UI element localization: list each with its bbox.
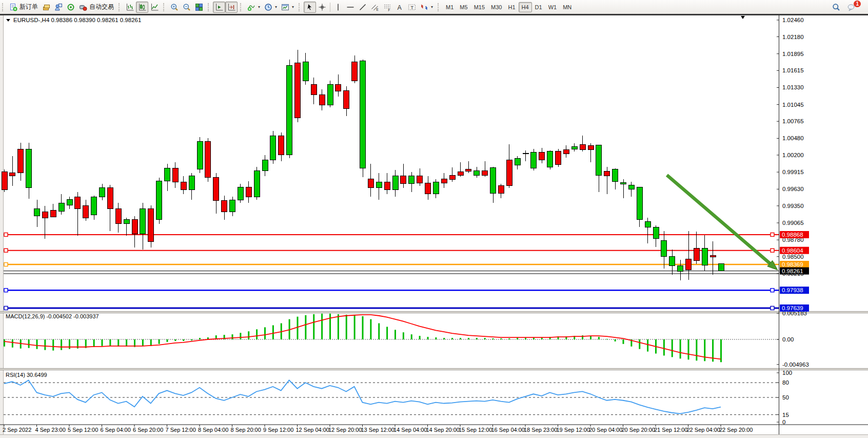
indicators-button[interactable]: ▾	[245, 2, 262, 13]
timeframe-d1-button[interactable]: D1	[532, 2, 545, 12]
chart-gallery-button[interactable]	[40, 2, 52, 13]
auto-trading-label: 自动交易	[89, 3, 114, 11]
chart-bars-button[interactable]	[124, 2, 136, 13]
time-axis-label: 14 Sep 04:00	[393, 427, 427, 433]
line-handle[interactable]	[771, 289, 774, 292]
candle-body	[295, 63, 301, 118]
toolbar: 新订单自动交易▾▾▾EFAT▾M1M5M15M30H1H4D1W1MN1	[0, 0, 868, 14]
line-handle[interactable]	[771, 233, 774, 236]
toolbar-grip	[208, 3, 211, 11]
equidistant-channel-button[interactable]: E	[369, 2, 381, 13]
fibonacci-button[interactable]: F	[381, 2, 393, 13]
candle-body	[10, 173, 15, 176]
candle-body	[156, 181, 162, 220]
candle-body	[596, 145, 602, 175]
timeframe-h4-button[interactable]: H4	[519, 2, 532, 12]
price-axis-label: 0.99630	[782, 186, 804, 192]
toolbar-grip	[240, 3, 243, 11]
clock-icon	[264, 3, 272, 11]
candle-body	[531, 152, 537, 168]
timeframe-h1-button[interactable]: H1	[505, 2, 518, 12]
timeframe-m1-button[interactable]: M1	[443, 2, 457, 12]
chart-candles-button[interactable]	[136, 2, 148, 13]
zoom-out-button[interactable]	[181, 2, 193, 13]
gold-block-icon	[42, 3, 50, 11]
candle-body	[669, 257, 675, 265]
periods-caret-icon[interactable]: ▾	[275, 5, 277, 9]
candle-body	[254, 170, 260, 197]
time-axis-label: 13 Sep 12:00	[361, 427, 394, 433]
toolbar-grip	[163, 3, 166, 11]
candle-body	[637, 187, 642, 220]
templates-caret-icon[interactable]: ▾	[292, 5, 294, 9]
horizontal-line-button[interactable]	[344, 2, 357, 13]
candle-body	[515, 159, 520, 165]
svg-text:E: E	[377, 8, 379, 11]
new-order-button[interactable]: 新订单	[7, 2, 40, 13]
candle-body	[222, 200, 227, 212]
timeframe-w1-button[interactable]: W1	[545, 2, 560, 12]
profiles-button[interactable]	[52, 2, 65, 13]
vertical-line-button[interactable]	[332, 2, 344, 13]
crosshair-icon	[318, 3, 326, 11]
rsi-scale-label: 80	[782, 379, 789, 386]
chart-line-button[interactable]	[148, 2, 161, 13]
trendline-button[interactable]	[357, 2, 369, 13]
arrows-button[interactable]: ▾	[418, 2, 435, 13]
candle-body	[571, 147, 577, 149]
timeframe-m30-button[interactable]: M30	[488, 2, 505, 12]
candle-body	[392, 176, 398, 190]
line-handle[interactable]	[4, 263, 8, 266]
chart-background	[0, 14, 868, 438]
price-badge-label: 0.97639	[782, 305, 803, 311]
candle-body	[628, 185, 634, 189]
line-handle[interactable]	[4, 233, 8, 236]
candle-body	[490, 167, 496, 193]
line-handle[interactable]	[771, 249, 774, 252]
periods-button[interactable]: ▾	[262, 2, 279, 13]
candle-body	[100, 188, 105, 197]
line-handle[interactable]	[4, 306, 8, 310]
candle-body	[661, 240, 667, 256]
line-handle[interactable]	[771, 306, 774, 310]
time-axis-label: 4 Sep 23:00	[35, 427, 66, 433]
arrows-caret-icon[interactable]: ▾	[431, 5, 433, 9]
search-button[interactable]	[830, 2, 842, 13]
time-axis-label: 20 Sep 04:00	[589, 427, 622, 433]
toolbar-grip	[2, 3, 5, 11]
time-axis-label: 21 Sep 12:00	[654, 427, 687, 433]
time-axis-label: 20 Sep 20:00	[622, 427, 655, 433]
window-bottom-edge	[0, 435, 868, 438]
candle-body	[270, 136, 276, 160]
timeframe-m15-button[interactable]: M15	[471, 2, 488, 12]
indicators-caret-icon[interactable]: ▾	[258, 5, 260, 9]
candle-body	[588, 145, 594, 149]
candle-body	[279, 136, 284, 155]
cursor-button[interactable]	[304, 2, 316, 13]
toolbar-grip	[299, 3, 302, 11]
text-label-button[interactable]: T	[406, 2, 418, 13]
candle-body	[262, 160, 268, 170]
zoom-in-button[interactable]	[168, 2, 181, 13]
tile-windows-button[interactable]	[193, 2, 205, 13]
notifications-button[interactable]: 1	[845, 2, 863, 13]
auto-trading-button[interactable]: 自动交易	[77, 2, 116, 13]
text-button[interactable]: A	[393, 2, 406, 13]
auto-scroll-button[interactable]	[213, 2, 225, 13]
chart-shift-button[interactable]	[225, 2, 238, 13]
timeframe-mn-button[interactable]: MN	[560, 2, 575, 12]
price-axis-label: 0.98500	[782, 254, 804, 260]
market-signal-button[interactable]	[65, 2, 77, 13]
line-handle[interactable]	[4, 289, 8, 292]
timeframe-m5-button[interactable]: M5	[457, 2, 470, 12]
line-handle[interactable]	[4, 249, 8, 252]
templates-button[interactable]: ▾	[279, 2, 296, 13]
toolbar-group	[123, 0, 161, 14]
candle-body	[409, 176, 415, 184]
crosshair-button[interactable]	[316, 2, 328, 13]
candle-body	[124, 220, 129, 224]
candle-body	[344, 90, 349, 108]
profiles-icon	[54, 3, 63, 11]
candle-body	[360, 61, 366, 168]
toolbar-grip	[119, 3, 122, 11]
